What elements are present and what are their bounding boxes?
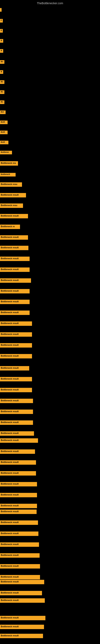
bar-item: E [0, 28, 3, 32]
bar-label: Bo [0, 80, 4, 84]
bar-label: Bottleneck result [0, 542, 39, 547]
bar-label: Bottleneck result [0, 493, 37, 497]
bar-label: Bo [0, 60, 4, 64]
bar-item: Bottleneck result [0, 398, 33, 403]
bar-label: E [0, 29, 3, 32]
bar-item: Bottleneck result [0, 246, 28, 250]
bar-label: Bottleneck result [0, 246, 28, 250]
bar-label: Bottleneck result [0, 438, 38, 443]
bar-label: Bottleneck result [0, 278, 31, 283]
bar-item: Bottleneck result [0, 343, 32, 348]
bar-label: Bottleneck result [0, 471, 36, 476]
bar-item: Bottleneck result [0, 267, 30, 272]
bar-label: Bottlenec [0, 151, 12, 154]
bar-label: F [0, 19, 3, 22]
bar-item: Bottleneck result [0, 438, 38, 443]
bar-item: Bottleneck result [0, 520, 38, 525]
bar-item: Bottleneck result [0, 624, 44, 629]
bar-item: Bottleneck result [0, 531, 38, 536]
bar-item: Bottleneck result [0, 564, 40, 568]
bar-item: Bottl [0, 130, 8, 134]
bar-label: Bottleneck result [0, 322, 32, 326]
bar-item: Bottleneck result [0, 553, 40, 558]
bar-label: Bottl [0, 130, 8, 134]
bar-item: Bottleneck result [0, 366, 29, 370]
bar-item: B [0, 48, 3, 53]
bar-label: Bottleneck result [0, 520, 38, 525]
bar-label: Bottleneck result [0, 399, 33, 403]
bar-label: Bottleneck result [0, 388, 32, 392]
bar-label: Bottleneck result [0, 580, 44, 584]
bar-item: Bottleneck result [0, 354, 32, 358]
bar-item: Bottleneck result [0, 193, 26, 198]
bar-label: Bottleneck result [0, 504, 37, 508]
bar-item: Bo [0, 100, 4, 104]
bar-label: Bo [0, 90, 4, 94]
bar-item: Bottleneck resu [0, 182, 22, 187]
bar-item: Bottleneck result [0, 482, 37, 486]
bar-label: Bottleneck result [0, 332, 32, 337]
bar-item: Bottleneck result [0, 634, 43, 638]
bar-label: Bottleneck re [0, 224, 20, 229]
bar-item: Bottleneck result [0, 431, 34, 436]
bar-item: Bottleneck result [0, 575, 40, 580]
bar-label: Bottleneck result [0, 625, 44, 629]
bar-label: Bottleneck result [0, 310, 30, 315]
bar-label: Bottleneck result [0, 564, 40, 568]
bar-label: Bottleneck result [0, 366, 29, 370]
bar-label: Bottleneck result [0, 598, 45, 603]
bar-item: Bottleneck result [0, 235, 28, 240]
bar-item: Bottleneck result [0, 616, 46, 620]
bar-item: Bottleneck result [0, 449, 35, 454]
bar-item: Bottleneck resu [0, 203, 23, 208]
bar-item: Bo [0, 90, 4, 94]
bar-label: Bottleneck result [0, 553, 40, 558]
bar-label: Bottleneck result [0, 510, 37, 514]
bar-label: Bottleneck result [0, 300, 30, 304]
bar-item: Bottlenec [0, 150, 12, 154]
bar-label: Bottleneck result [0, 591, 42, 595]
bar-item: Bottleneck [0, 172, 16, 176]
bar-item: Bottleneck result [0, 409, 33, 414]
bar-item: B [0, 38, 3, 43]
bar-item [0, 8, 1, 12]
bar-item: Bottleneck result [0, 504, 37, 508]
bar-item: Bo [0, 59, 4, 64]
bar-label: Bottleneck result [0, 268, 30, 272]
bar-item: Bottleneck re [0, 224, 20, 229]
bar-label: Bot [0, 110, 6, 114]
bar-label: Bottleneck result [0, 420, 33, 425]
bar-label: Bottleneck res [0, 161, 18, 166]
bar-label: Bottleneck [0, 173, 16, 176]
bar-label: Bottleneck result [0, 482, 37, 486]
bar-label: Bottleneck result [0, 377, 32, 381]
bar-label: Bottleneck resu [0, 204, 23, 208]
bar-label: B [0, 49, 3, 53]
bar-label: B [0, 39, 3, 43]
bar-item: Bottleneck result [0, 460, 36, 465]
bar-item: Bottleneck result [0, 289, 30, 294]
bar-item: B [0, 70, 3, 74]
bar-item: Bot [0, 110, 6, 114]
bar-item: Bottleneck result [0, 310, 30, 315]
bar-label: Bottleneck result [0, 431, 34, 436]
bar-item: Bottleneck result [0, 542, 39, 547]
bar-item: Bottleneck result [0, 214, 28, 218]
bar-label: Bottleneck result [0, 410, 33, 414]
bar-label: Bottl [0, 141, 8, 144]
bar-label: B [0, 70, 3, 74]
bar-label: Bottleneck result [0, 575, 40, 580]
bar-label: Bottleneck resu [0, 182, 22, 187]
bar-item: Bottleneck result [0, 591, 42, 595]
bar-label: Bo [0, 100, 4, 104]
bar-label: Bottl [0, 120, 8, 124]
bar-item: Bo [0, 80, 4, 84]
bar-label: Bottleneck result [0, 460, 36, 465]
bar-item: Bottl [0, 140, 8, 144]
bar-item: Bottleneck result [0, 377, 32, 381]
bar-item: F [0, 18, 3, 22]
bar-item: Bottl [0, 120, 8, 124]
bar-item: Bottleneck result [0, 509, 37, 514]
bar-item: Bottleneck result [0, 321, 32, 326]
bar-label: Bottleneck result [0, 214, 28, 218]
